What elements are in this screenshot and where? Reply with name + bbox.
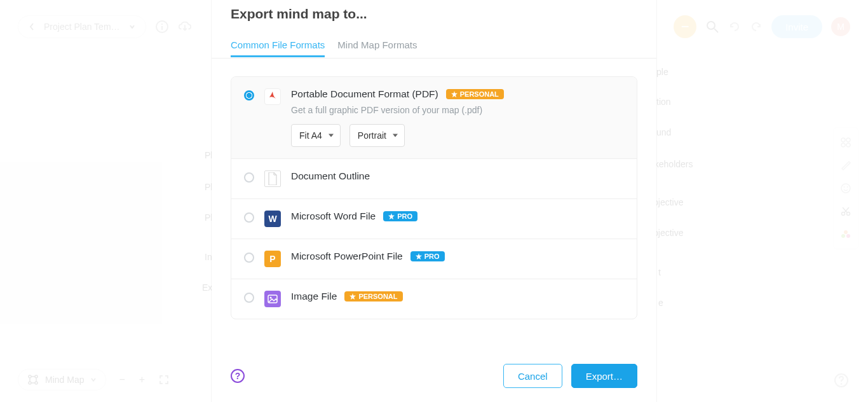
document-icon: [264, 170, 281, 187]
format-desc: Get a full graphic PDF version of your m…: [291, 105, 624, 115]
svg-point-19: [29, 375, 31, 378]
cancel-button[interactable]: Cancel: [503, 364, 562, 388]
badge-pro: PRO: [410, 251, 445, 261]
view-mode-label: Mind Map: [45, 375, 84, 385]
format-list: Portable Document Format (PDF) PERSONAL …: [231, 76, 637, 319]
modal-title: Export mind map to...: [231, 0, 637, 34]
redo-icon[interactable]: [750, 20, 763, 33]
radio-outline[interactable]: [244, 172, 254, 183]
format-tabs: Common File Formats Mind Map Formats: [231, 34, 637, 58]
svg-point-1: [161, 24, 162, 25]
svg-point-17: [841, 234, 845, 238]
pdf-icon: [264, 88, 281, 105]
svg-point-5: [841, 138, 845, 142]
canvas-fragment: tion: [656, 97, 671, 107]
modal-footer: ? Cancel Export…: [231, 352, 637, 402]
svg-point-3: [707, 22, 715, 29]
search-icon[interactable]: [705, 20, 719, 34]
pdf-size-select[interactable]: Fit A4: [291, 124, 341, 147]
canvas-fragment: bjective: [653, 197, 683, 207]
chevron-down-icon: [129, 24, 135, 30]
chevron-down-icon: [90, 377, 97, 383]
zoom-in-button[interactable]: +: [139, 374, 145, 385]
pdf-orientation-select[interactable]: Portrait: [349, 124, 405, 147]
canvas-fragment: e: [658, 298, 663, 308]
invite-button[interactable]: Invite: [771, 15, 822, 38]
tab-common-formats[interactable]: Common File Formats: [231, 34, 325, 57]
chevron-left-icon: [29, 22, 35, 31]
tab-mindmap-formats[interactable]: Mind Map Formats: [337, 34, 417, 57]
badge-personal: PERSONAL: [446, 89, 504, 99]
svg-point-13: [847, 212, 850, 216]
badge-pro: PRO: [383, 211, 417, 221]
radio-word[interactable]: [244, 212, 254, 223]
cloud-download-icon[interactable]: [178, 20, 192, 34]
format-row-outline[interactable]: Document Outline: [231, 158, 637, 198]
appearance-icon[interactable]: [840, 137, 851, 148]
format-title: Microsoft PowerPoint File: [291, 251, 403, 262]
help-icon[interactable]: ?: [231, 369, 245, 383]
zoom-controls: − +: [119, 374, 169, 385]
radio-ppt[interactable]: [244, 253, 254, 263]
fullscreen-icon[interactable]: [159, 375, 169, 385]
svg-point-28: [841, 383, 842, 384]
format-row-word[interactable]: W Microsoft Word File PRO: [231, 198, 637, 239]
theme-icon[interactable]: [840, 228, 851, 240]
badge-personal: PERSONAL: [344, 291, 402, 302]
svg-point-22: [35, 382, 37, 384]
cut-icon[interactable]: [840, 205, 851, 217]
svg-rect-2: [161, 26, 163, 30]
radio-pdf[interactable]: [244, 90, 254, 100]
add-collaborator-button[interactable]: −: [674, 15, 696, 38]
format-row-powerpoint[interactable]: P Microsoft PowerPoint File PRO: [231, 239, 637, 279]
canvas-fragment: Ex: [202, 282, 212, 293]
word-icon: W: [264, 211, 281, 227]
format-title: Portable Document Format (PDF): [291, 88, 438, 100]
mindmap-icon: [27, 374, 39, 385]
help-icon[interactable]: [834, 373, 849, 388]
svg-point-8: [846, 143, 850, 147]
undo-icon[interactable]: [728, 20, 741, 33]
format-title: Microsoft Word File: [291, 211, 376, 222]
svg-point-20: [35, 375, 37, 378]
export-modal: Export mind map to... Common File Format…: [212, 0, 656, 402]
emoji-icon[interactable]: [840, 183, 851, 194]
bottom-controls: Mind Map − +: [18, 369, 169, 391]
svg-point-12: [842, 212, 845, 216]
format-title: Document Outline: [291, 170, 370, 182]
powerpoint-icon: P: [264, 251, 281, 267]
topbar-right: − Invite M: [674, 15, 850, 38]
view-mode-selector[interactable]: Mind Map: [18, 369, 106, 391]
svg-point-6: [846, 138, 850, 142]
info-icon[interactable]: [155, 20, 169, 34]
canvas-fragment: In: [205, 252, 212, 262]
project-selector[interactable]: Project Plan Tem…: [18, 15, 146, 38]
svg-point-30: [270, 297, 272, 299]
svg-point-9: [841, 184, 850, 193]
radio-image[interactable]: [244, 293, 254, 303]
svg-point-16: [844, 230, 848, 234]
format-row-image[interactable]: Image File PERSONAL: [231, 279, 637, 319]
project-name: Project Plan Tem…: [44, 22, 120, 32]
format-row-pdf[interactable]: Portable Document Format (PDF) PERSONAL …: [231, 77, 637, 158]
export-button[interactable]: Export…: [571, 364, 637, 388]
svg-point-10: [844, 186, 845, 188]
svg-point-7: [841, 143, 845, 147]
svg-point-11: [847, 186, 848, 188]
canvas-fragment: ple: [656, 67, 668, 77]
canvas-fragment: und: [656, 127, 671, 137]
format-title: Image File: [291, 291, 337, 302]
svg-line-4: [714, 29, 718, 32]
paint-icon[interactable]: [840, 160, 851, 171]
side-toolbar: [833, 127, 858, 249]
svg-point-18: [846, 234, 850, 238]
svg-point-21: [29, 382, 31, 384]
zoom-out-button[interactable]: −: [119, 374, 125, 385]
avatar[interactable]: M: [831, 17, 850, 36]
image-icon: [264, 291, 281, 307]
canvas-fragment: t: [658, 267, 661, 277]
canvas-fragment: bjective: [653, 228, 683, 238]
